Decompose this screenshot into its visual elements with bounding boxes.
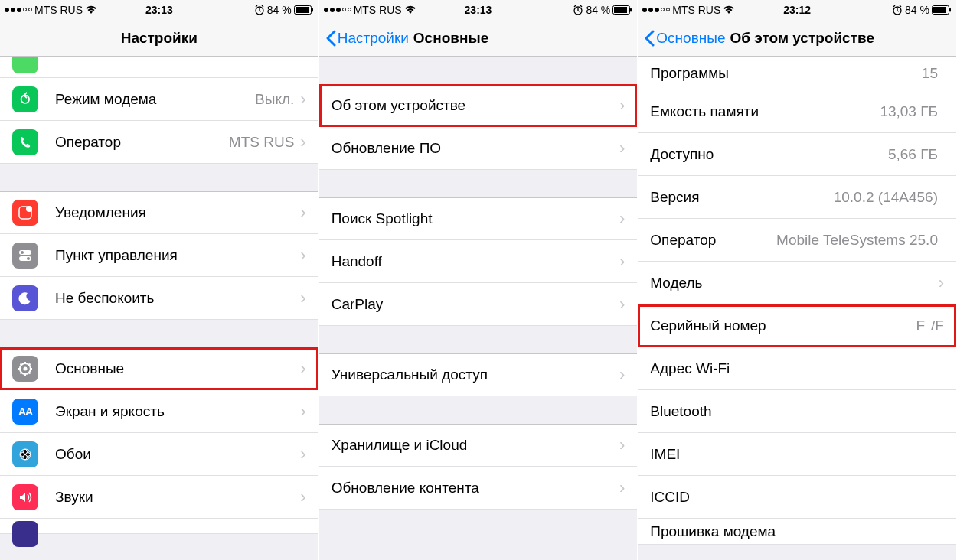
chevron-right-icon: ›: [619, 366, 625, 383]
row-dnd[interactable]: Не беспокоить ›: [0, 277, 318, 320]
row-label: Универсальный доступ: [332, 366, 619, 383]
row-partial-bottom[interactable]: [0, 519, 318, 534]
row-wifi-address[interactable]: Адрес Wi-Fi: [638, 347, 956, 390]
row-sounds[interactable]: Звуки ›: [0, 476, 318, 519]
nav-bar: Настройки: [0, 20, 318, 57]
back-button[interactable]: Настройки: [325, 30, 409, 47]
row-wallpaper[interactable]: Обои ›: [0, 433, 318, 476]
row-notifications[interactable]: Уведомления ›: [0, 191, 318, 234]
row-label: Прошивка модема: [650, 523, 938, 540]
battery-icon: [612, 5, 632, 15]
chevron-right-icon: ›: [300, 360, 305, 377]
row-model[interactable]: Модель ›: [638, 262, 956, 304]
row-label: Основные: [55, 360, 300, 377]
row-label: Обои: [55, 446, 300, 463]
status-bar: MTS RUS 23:12 84 %: [638, 0, 956, 20]
row-background-refresh[interactable]: Обновление контента ›: [319, 467, 638, 510]
row-value: Выкл.: [255, 91, 294, 108]
svg-rect-21: [949, 8, 951, 12]
page-title: Об этом устройстве: [730, 30, 874, 47]
screen-about: MTS RUS 23:12 84 % Основные Об этом устр…: [638, 0, 957, 560]
status-time: 23:13: [145, 4, 173, 16]
chevron-right-icon: ›: [619, 253, 625, 270]
row-about[interactable]: Об этом устройстве ›: [319, 84, 638, 127]
row-partial-top[interactable]: [0, 57, 318, 78]
row-label: Обновление ПО: [332, 140, 619, 157]
row-storage[interactable]: Хранилище и iCloud ›: [319, 424, 638, 467]
chevron-left-icon: [644, 30, 655, 47]
row-carrier[interactable]: Оператор MTS RUS ›: [0, 121, 318, 164]
row-iccid[interactable]: ICCID: [638, 476, 956, 519]
row-version[interactable]: Версия 10.0.2 (14A456): [638, 176, 956, 219]
row-general[interactable]: Основные ›: [0, 347, 318, 390]
row-bluetooth[interactable]: Bluetooth: [638, 390, 956, 433]
svg-point-5: [26, 206, 32, 212]
back-label: Настройки: [338, 30, 409, 47]
row-available[interactable]: Доступно 5,66 ГБ: [638, 133, 956, 176]
chevron-left-icon: [325, 30, 336, 47]
row-carplay[interactable]: CarPlay ›: [319, 283, 638, 326]
row-value: 10.0.2 (14A456): [834, 189, 938, 206]
row-label: Bluetooth: [650, 403, 938, 420]
row-display[interactable]: AA Экран и яркость ›: [0, 390, 318, 433]
notifications-icon: [12, 200, 38, 226]
general-list[interactable]: Об этом устройстве › Обновление ПО › Пои…: [319, 57, 638, 560]
alarm-icon: [573, 5, 583, 15]
row-label: Доступно: [650, 146, 888, 163]
row-modem-firmware[interactable]: Прошивка модема: [638, 519, 956, 545]
row-serial[interactable]: Серийный номер F /F: [638, 304, 956, 347]
row-label: Адрес Wi-Fi: [650, 360, 938, 377]
row-label: Оператор: [650, 232, 776, 249]
svg-rect-17: [630, 8, 632, 12]
chevron-right-icon: ›: [619, 97, 625, 114]
group-separator: [319, 326, 638, 353]
chevron-right-icon: ›: [619, 210, 625, 227]
row-value: 5,66 ГБ: [888, 146, 938, 163]
row-carrier[interactable]: Оператор Mobile TeleSystems 25.0: [638, 219, 956, 262]
row-value: 13,03 ГБ: [880, 103, 938, 120]
row-apps[interactable]: Программы 15: [638, 57, 956, 90]
row-hotspot[interactable]: ⥀ Режим модема Выкл. ›: [0, 78, 318, 121]
row-label: Об этом устройстве: [332, 97, 619, 114]
sounds-icon: [12, 484, 38, 510]
row-control-center[interactable]: Пункт управления ›: [0, 234, 318, 277]
row-label: Уведомления: [55, 204, 300, 221]
row-label: Режим модема: [55, 91, 255, 108]
row-software-update[interactable]: Обновление ПО ›: [319, 127, 638, 170]
chevron-right-icon: ›: [619, 437, 625, 454]
group-separator: [0, 164, 318, 191]
wifi-icon: [85, 5, 97, 15]
row-value: Mobile TeleSystems 25.0: [776, 232, 938, 249]
back-button[interactable]: Основные: [644, 30, 725, 47]
svg-rect-20: [933, 7, 946, 13]
row-imei[interactable]: IMEI: [638, 433, 956, 476]
siri-icon: [12, 521, 38, 547]
row-label: Версия: [650, 189, 833, 206]
battery-icon: [294, 5, 314, 15]
svg-point-9: [27, 257, 30, 260]
row-spotlight[interactable]: Поиск Spotlight ›: [319, 197, 638, 240]
chevron-right-icon: ›: [300, 204, 305, 221]
battery-pct: 84 %: [905, 4, 929, 16]
row-label: Программы: [650, 65, 922, 82]
control-center-icon: [12, 243, 38, 269]
chevron-right-icon: ›: [619, 480, 625, 497]
row-capacity[interactable]: Емкость памяти 13,03 ГБ: [638, 90, 956, 133]
group-separator: [319, 170, 638, 197]
battery-pct: 84 %: [267, 4, 292, 16]
status-time: 23:13: [465, 4, 492, 16]
row-value: F: [916, 317, 925, 334]
about-list[interactable]: Программы 15 Емкость памяти 13,03 ГБ Дос…: [638, 57, 956, 560]
row-accessibility[interactable]: Универсальный доступ ›: [319, 353, 638, 396]
group-separator: [0, 320, 318, 347]
row-value-2: /F: [931, 317, 944, 334]
link-icon: [12, 57, 38, 73]
row-handoff[interactable]: Handoff ›: [319, 240, 638, 283]
settings-list[interactable]: ⥀ Режим модема Выкл. › Оператор MTS RUS …: [0, 57, 318, 560]
row-label: Обновление контента: [332, 480, 619, 497]
row-label: Модель: [650, 275, 932, 291]
signal-dots-icon: [642, 8, 670, 12]
row-label: Экран и яркость: [55, 403, 300, 420]
row-value: MTS RUS: [229, 134, 295, 151]
row-label: Оператор: [55, 134, 229, 151]
